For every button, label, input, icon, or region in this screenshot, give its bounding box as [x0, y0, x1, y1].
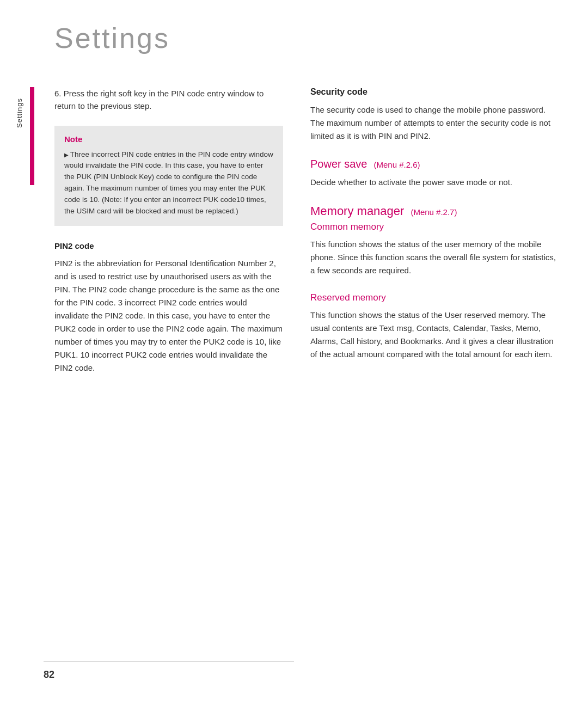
left-column: 6. Press the right soft key in the PIN c… — [54, 87, 283, 375]
common-memory-title: Common memory — [310, 222, 561, 232]
page-number: 82 — [44, 669, 54, 681]
memory-manager-heading: Memory manager (Menu #.2.7) — [310, 204, 561, 218]
pin2-title: PIN2 code — [54, 241, 283, 250]
note-content: Three incorrect PIN code entries in the … — [64, 149, 273, 218]
note-box: Note Three incorrect PIN code entries in… — [54, 126, 283, 226]
security-code-title: Security code — [310, 87, 561, 97]
power-save-menu-number: (Menu #.2.6) — [374, 160, 420, 169]
note-title: Note — [64, 134, 273, 144]
security-code-text: The security code is used to change the … — [310, 103, 561, 143]
power-save-title: Power save — [310, 158, 367, 170]
memory-manager-menu-number: (Menu #.2.7) — [411, 207, 457, 217]
sidebar-bar — [30, 87, 34, 185]
pin2-text: PIN2 is the abbreviation for Personal Id… — [54, 257, 283, 375]
reserved-memory-title: Reserved memory — [310, 292, 561, 303]
page: Settings Settings 6. Press the right sof… — [0, 0, 588, 705]
page-title: Settings — [54, 22, 170, 54]
common-memory-text: This function shows the status of the us… — [310, 238, 561, 277]
sidebar-label: Settings — [15, 98, 23, 128]
right-column: Security code The security code is used … — [310, 87, 561, 376]
power-save-heading: Power save (Menu #.2.6) — [310, 158, 561, 170]
reserved-memory-text: This function shows the status of the Us… — [310, 309, 561, 361]
intro-text: 6. Press the right soft key in the PIN c… — [54, 87, 283, 113]
bottom-divider — [44, 661, 294, 661]
memory-manager-title: Memory manager — [310, 204, 404, 218]
power-save-text: Decide whether to activate the power sav… — [310, 176, 561, 189]
